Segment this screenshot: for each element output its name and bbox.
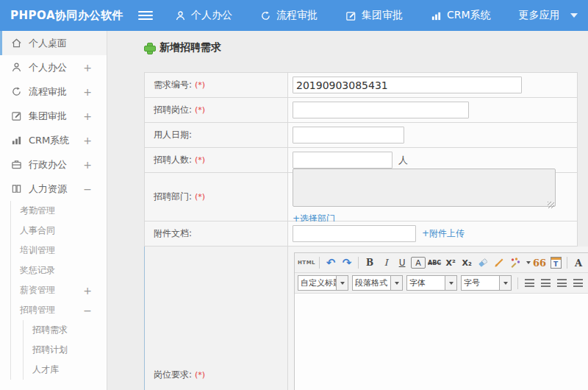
- underline-button[interactable]: U: [395, 255, 409, 270]
- sidebar-item-salary-mgmt[interactable]: 薪资管理+: [11, 280, 107, 300]
- bold-button[interactable]: B: [362, 255, 377, 270]
- format-brush-icon[interactable]: [492, 255, 506, 270]
- topbar: PHPOA协同办公软件 个人办公 流程审批 集团审批 CRM系统 更多应用: [0, 0, 588, 31]
- field-label: 附件文档:: [145, 221, 288, 246]
- field-value-cell: [288, 98, 577, 122]
- required-mark: (*): [195, 370, 205, 380]
- sidebar-item-crm-system[interactable]: CRM系统 +: [0, 128, 107, 152]
- align-left-icon[interactable]: [522, 276, 537, 291]
- sidebar-item-recruit-plan[interactable]: 招聘计划: [24, 340, 107, 360]
- sidebar-item-label: 个人办公: [29, 61, 67, 74]
- required-mark: (*): [195, 80, 205, 90]
- chevron-down-icon[interactable]: [499, 276, 511, 290]
- sidebar-item-recruit-demand[interactable]: 招聘需求: [24, 320, 107, 340]
- blockquote-button[interactable]: 66: [532, 255, 547, 270]
- sidebar-item-workflow-approval[interactable]: 流程审批 +: [0, 79, 107, 104]
- sidebar: 个人桌面 个人办公 + 流程审批 + 集团审批 + CRM系统 + 行政办公 +: [0, 31, 107, 390]
- field-label: 招聘人数: (*): [145, 148, 288, 172]
- subscript-button[interactable]: X₂: [459, 255, 474, 270]
- align-right-icon[interactable]: [554, 276, 569, 291]
- collapse-minus-icon[interactable]: −: [83, 183, 92, 195]
- editor-content-area[interactable]: [295, 294, 588, 390]
- headcount-input[interactable]: [293, 152, 392, 169]
- font-family-select[interactable]: 字体: [406, 275, 457, 291]
- hire-date-input[interactable]: [293, 127, 404, 143]
- topnav-label: 集团审批: [362, 9, 403, 22]
- superscript-button[interactable]: X²: [443, 255, 458, 270]
- sidebar-item-hr-contract[interactable]: 人事合同: [11, 221, 107, 241]
- form-row-demand-no: 需求编号: (*): [145, 73, 577, 98]
- chevron-down-icon[interactable]: [570, 13, 578, 18]
- align-justify-icon[interactable]: [570, 276, 585, 291]
- collapse-minus-icon[interactable]: −: [83, 305, 92, 316]
- expand-plus-icon[interactable]: +: [83, 110, 92, 122]
- topnav-crm-system[interactable]: CRM系统: [431, 9, 491, 22]
- sidebar-item-label: 集团审批: [29, 110, 67, 123]
- field-label: 招聘部门: (*): [145, 173, 288, 221]
- field-value-cell: +附件上传: [288, 221, 577, 246]
- sidebar-item-personal-desktop[interactable]: 个人桌面: [0, 31, 107, 55]
- topnav-more-apps[interactable]: 更多应用: [519, 9, 560, 22]
- chevron-down-icon[interactable]: [390, 276, 402, 290]
- html-source-button[interactable]: HTML: [298, 255, 315, 270]
- topnav-label: 个人办公: [191, 9, 232, 22]
- resize-grip-icon[interactable]: [548, 202, 554, 208]
- department-textarea[interactable]: [293, 169, 556, 207]
- custom-heading-select[interactable]: 自定义标题: [298, 275, 348, 291]
- paste-table-icon[interactable]: T: [548, 255, 563, 270]
- paragraph-format-select[interactable]: 段落格式: [352, 275, 403, 291]
- sidebar-item-recruit-mgmt[interactable]: 招聘管理−: [11, 300, 107, 320]
- font-family-button[interactable]: A: [571, 255, 586, 270]
- form-row-position: 招聘岗位: (*): [145, 98, 577, 123]
- sidebar-item-reward-punishment[interactable]: 奖惩记录: [11, 260, 107, 280]
- sidebar-item-training-mgmt[interactable]: 培训管理: [11, 241, 107, 260]
- expand-plus-icon[interactable]: +: [83, 62, 92, 74]
- main-content: 新增招聘需求 需求编号: (*) 招聘岗位: (*): [107, 31, 588, 390]
- sidebar-item-label: 薪资管理: [20, 284, 55, 297]
- expand-plus-icon[interactable]: +: [83, 285, 92, 297]
- sidebar-item-personal-office[interactable]: 个人办公 +: [0, 55, 107, 79]
- strikethrough-button[interactable]: ABC: [427, 255, 442, 270]
- align-center-icon[interactable]: [538, 276, 553, 291]
- font-color-button[interactable]: A: [411, 257, 426, 269]
- chevron-down-icon[interactable]: [336, 276, 348, 290]
- eraser-icon[interactable]: [476, 255, 490, 270]
- font-size-select[interactable]: 字号: [461, 275, 512, 291]
- sidebar-submenu-recruit: 招聘需求 招聘计划 人才库: [23, 320, 107, 380]
- attachment-input[interactable]: [293, 225, 416, 242]
- redo-button[interactable]: ↷: [340, 255, 354, 270]
- sidebar-item-group-approval[interactable]: 集团审批 +: [0, 104, 107, 128]
- expand-plus-icon[interactable]: +: [83, 86, 92, 98]
- sidebar-item-talent-pool[interactable]: 人才库: [24, 360, 107, 380]
- upload-attachment-link[interactable]: +附件上传: [422, 227, 465, 240]
- app-logo: PHPOA协同办公软件: [0, 9, 138, 23]
- sidebar-item-label: 招聘计划: [32, 344, 68, 356]
- editor-toolbar-row2: 自定义标题 段落格式 字体: [295, 273, 588, 294]
- topnav-personal-office[interactable]: 个人办公: [175, 9, 232, 22]
- sidebar-item-admin-office[interactable]: 行政办公 +: [0, 152, 107, 177]
- chevron-down-icon[interactable]: [526, 261, 531, 264]
- sidebar-item-label: 人才库: [32, 364, 59, 376]
- field-label: 用人日期:: [145, 123, 288, 147]
- chevron-down-icon[interactable]: [445, 276, 456, 290]
- italic-button[interactable]: I: [379, 255, 393, 270]
- topnav-group-approval[interactable]: 集团审批: [345, 9, 403, 22]
- user-icon: [11, 62, 29, 73]
- topnav-workflow-approval[interactable]: 流程审批: [260, 9, 318, 22]
- form-row-department: 招聘部门: (*) +选择部门: [145, 173, 577, 221]
- page-title-row: 新增招聘需求: [144, 40, 588, 56]
- hamburger-menu-icon[interactable]: [138, 11, 153, 20]
- editor-toolbar-row1: HTML ↶ ↷ B I U A ABC X² X₂: [295, 253, 588, 273]
- position-input[interactable]: [293, 102, 469, 118]
- demand-no-input[interactable]: [293, 77, 522, 93]
- undo-button[interactable]: ↶: [323, 255, 338, 270]
- form-row-job-requirements: 岗位要求: (*) HTML ↶ ↷ B I U: [144, 247, 577, 390]
- sidebar-item-human-resources[interactable]: 人力资源 −: [0, 177, 107, 201]
- field-value-cell: HTML ↶ ↷ B I U A ABC X² X₂: [288, 247, 588, 390]
- expand-plus-icon[interactable]: +: [83, 159, 92, 171]
- book-icon: [11, 183, 29, 194]
- field-value-cell: [288, 73, 577, 97]
- expand-plus-icon[interactable]: +: [83, 135, 92, 146]
- sidebar-item-attendance-mgmt[interactable]: 考勤管理: [11, 201, 107, 221]
- color-palette-icon[interactable]: [508, 255, 523, 270]
